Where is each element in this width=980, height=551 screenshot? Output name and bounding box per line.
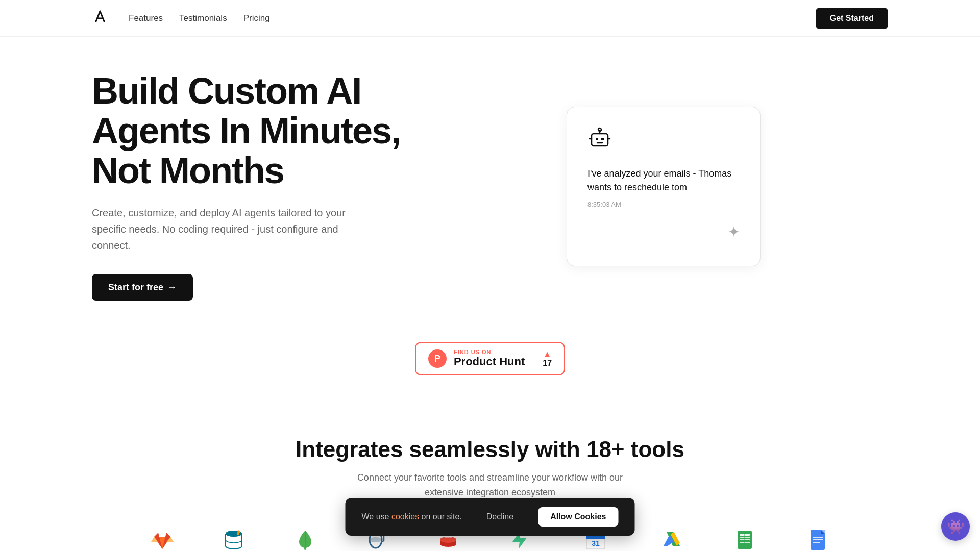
- hero-title: Build Custom AI Agents In Minutes, Not M…: [92, 71, 439, 190]
- svg-rect-2: [601, 138, 604, 140]
- product-hunt-badge[interactable]: P FIND US ON Product Hunt ▲ 17: [415, 342, 565, 375]
- svg-rect-46: [813, 537, 823, 538]
- nav-pricing[interactable]: Pricing: [243, 13, 270, 23]
- agent-card: I've analyzed your emails - Thomas wants…: [567, 107, 761, 266]
- svg-rect-0: [592, 134, 608, 146]
- gitlab-icon: [148, 525, 177, 551]
- product-hunt-name: Product Hunt: [454, 355, 525, 368]
- google-sheets-icon: [730, 525, 759, 551]
- tool-google-docs: Google Docs: [797, 525, 838, 551]
- tool-gitlab: GitLab: [142, 525, 183, 551]
- nav-links: Features Testimonials Pricing: [129, 13, 270, 23]
- integrations-subtitle: Connect your favorite tools and streamli…: [337, 470, 643, 500]
- chat-widget-icon: 👾: [947, 518, 965, 535]
- agent-message: I've analyzed your emails - Thomas wants…: [587, 167, 740, 194]
- tool-google-drive: Google Drive: [651, 525, 692, 551]
- svg-rect-48: [813, 542, 820, 543]
- svg-point-20: [370, 537, 382, 542]
- hero-cta-label: Start for free: [108, 282, 163, 293]
- chat-widget[interactable]: 👾: [941, 512, 970, 541]
- nav-logo: [92, 8, 108, 28]
- upvote-arrow-icon: ▲: [543, 349, 551, 359]
- tool-mongodb: MongoDB: [285, 525, 326, 551]
- mysql-icon: [219, 525, 248, 551]
- cookie-text: We use cookies on our site.: [362, 512, 462, 521]
- svg-rect-28: [586, 537, 605, 539]
- svg-rect-1: [596, 138, 598, 140]
- agent-time: 8:35:03 AM: [587, 201, 740, 208]
- integrations-title: Integrates seamlessly with 18+ tools: [92, 437, 888, 462]
- hero-section: Build Custom AI Agents In Minutes, Not M…: [0, 0, 980, 332]
- hero-visual: I've analyzed your emails - Thomas wants…: [439, 107, 888, 266]
- nav-testimonials[interactable]: Testimonials: [179, 13, 227, 23]
- cookie-banner: We use cookies on our site. Decline Allo…: [346, 498, 635, 536]
- nav-get-started-button[interactable]: Get Started: [816, 8, 888, 29]
- product-hunt-logo: P: [428, 349, 447, 368]
- nav-features[interactable]: Features: [129, 13, 163, 23]
- google-drive-icon: [657, 525, 686, 551]
- tool-mysql: MySQL: [213, 525, 254, 551]
- hero-cta-arrow: →: [167, 282, 177, 293]
- cookie-decline-button[interactable]: Decline: [478, 508, 522, 525]
- svg-point-5: [598, 128, 601, 131]
- mongodb-icon: [291, 525, 320, 551]
- sparkle-icon: ✦: [728, 223, 740, 240]
- upvote-count: 17: [543, 359, 552, 368]
- hero-subtitle: Create, customize, and deploy AI agents …: [92, 205, 357, 254]
- robot-icon: [587, 126, 740, 155]
- navbar: Features Testimonials Pricing Get Starte…: [0, 0, 980, 37]
- cookie-allow-button[interactable]: Allow Cookies: [538, 507, 618, 527]
- hero-cta-button[interactable]: Start for free →: [92, 274, 193, 301]
- product-hunt-upvote: ▲ 17: [534, 349, 552, 368]
- product-hunt-find-us: FIND US ON: [454, 349, 525, 355]
- svg-rect-47: [813, 539, 823, 540]
- product-hunt-text: FIND US ON Product Hunt: [454, 349, 525, 368]
- product-hunt-section: P FIND US ON Product Hunt ▲ 17: [0, 332, 980, 406]
- cookies-link[interactable]: cookies: [391, 512, 419, 521]
- svg-text:31: 31: [592, 539, 600, 547]
- sparkle-container: ✦: [587, 223, 740, 240]
- tool-google-sheets: Google Sheets: [723, 525, 767, 551]
- google-docs-icon: [803, 525, 832, 551]
- hero-content: Build Custom AI Agents In Minutes, Not M…: [92, 71, 439, 301]
